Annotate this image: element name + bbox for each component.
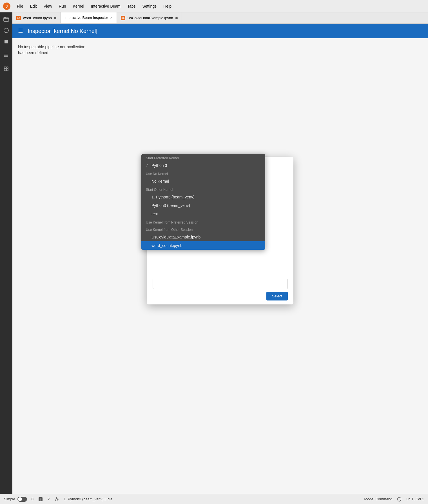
section-start-preferred: Start Preferred Kernel bbox=[141, 154, 265, 161]
stop-icon[interactable] bbox=[2, 37, 11, 46]
svg-point-14 bbox=[56, 498, 57, 500]
dropdown-item-python3-beam-1[interactable]: 1. Python3 (beam_venv) bbox=[141, 193, 265, 201]
status-right: Mode: Command Ln 1, Col 1 bbox=[364, 497, 424, 502]
tab-word-count[interactable]: nb word_count.ipynb bbox=[12, 12, 61, 23]
tab-bar: nb word_count.ipynb Interactive Beam Ins… bbox=[12, 12, 428, 24]
currency-icon: $ bbox=[38, 497, 43, 502]
dropdown-item-us-covid[interactable]: UsCovidDataExample.ipynb bbox=[141, 233, 265, 241]
simple-label: Simple bbox=[4, 497, 15, 501]
inspector-header: ☰ Inspector [kernel:No Kernel] bbox=[12, 24, 428, 38]
sidebar bbox=[0, 12, 12, 494]
menu-interactive-beam[interactable]: Interactive Beam bbox=[88, 3, 123, 10]
kernel-search-input[interactable] bbox=[153, 279, 288, 289]
inspector-body: No inspectable pipeline nor pcollectionh… bbox=[12, 38, 428, 494]
status-bar: Simple 0 $ 2 1. Python3 (beam_venv) | Id… bbox=[0, 494, 428, 504]
dropdown-item-no-kernel[interactable]: No Kernel bbox=[141, 177, 265, 185]
menu-help[interactable]: Help bbox=[160, 3, 174, 10]
tab-icon-us-covid: nb bbox=[121, 16, 125, 20]
hamburger-icon[interactable]: ☰ bbox=[18, 28, 23, 34]
tab-us-covid[interactable]: nb UsCovidDataExample.ipynb bbox=[117, 12, 182, 23]
app-logo: J bbox=[3, 2, 11, 10]
mode-command: Mode: Command bbox=[364, 497, 392, 501]
menu-run[interactable]: Run bbox=[56, 3, 69, 10]
menu-tabs[interactable]: Tabs bbox=[124, 3, 139, 10]
svg-text:J: J bbox=[6, 5, 8, 8]
svg-text:$: $ bbox=[40, 498, 41, 501]
menu-bar: J File Edit View Run Kernel Interactive … bbox=[0, 0, 428, 12]
status-count2: 2 bbox=[48, 497, 50, 501]
section-start-other: Start Other Kernel bbox=[141, 185, 265, 193]
shield-icon bbox=[397, 497, 402, 502]
simple-mode-toggle[interactable]: Simple bbox=[4, 497, 27, 502]
circle-icon[interactable] bbox=[2, 26, 11, 35]
tab-icon-word-count: nb bbox=[16, 16, 21, 20]
svg-rect-8 bbox=[4, 67, 6, 68]
svg-rect-2 bbox=[4, 18, 9, 21]
menu-edit[interactable]: Edit bbox=[27, 3, 40, 10]
app-container: nb word_count.ipynb Interactive Beam Ins… bbox=[0, 12, 428, 494]
tab-dot-word-count bbox=[54, 17, 56, 19]
tab-close-beam-inspector[interactable]: × bbox=[110, 16, 113, 20]
status-count1: 0 bbox=[32, 497, 34, 501]
select-kernel-dialog: Select Kernel Start Preferred Kernel Pyt… bbox=[147, 157, 293, 304]
section-preferred-session: Use Kernel from Preferred Session bbox=[141, 218, 265, 226]
dialog-select-button[interactable]: Select bbox=[266, 292, 288, 300]
tab-label-word-count: word_count.ipynb bbox=[23, 16, 52, 20]
kernel-info: 1. Python3 (beam_venv) | Idle bbox=[64, 497, 112, 501]
section-other-session: Use Kernel from Other Session bbox=[141, 226, 265, 233]
no-pipeline-message: No inspectable pipeline nor pcollectionh… bbox=[18, 44, 422, 56]
toggle-track[interactable] bbox=[17, 497, 27, 502]
dropdown-item-test[interactable]: test bbox=[141, 210, 265, 218]
section-no-kernel: Use No Kernel bbox=[141, 170, 265, 177]
menu-kernel[interactable]: Kernel bbox=[70, 3, 87, 10]
dropdown-item-python3[interactable]: Python 3 bbox=[141, 161, 265, 170]
menu-settings[interactable]: Settings bbox=[140, 3, 160, 10]
tab-label-beam-inspector: Interactive Beam Inspector bbox=[64, 16, 108, 20]
toggle-thumb bbox=[18, 497, 22, 501]
svg-rect-4 bbox=[5, 40, 8, 43]
svg-point-3 bbox=[4, 28, 8, 33]
tab-label-us-covid: UsCovidDataExample.ipynb bbox=[128, 16, 173, 20]
main-content: nb word_count.ipynb Interactive Beam Ins… bbox=[12, 12, 428, 494]
menu-file[interactable]: File bbox=[14, 3, 26, 10]
position: Ln 1, Col 1 bbox=[406, 497, 424, 501]
puzzle-icon[interactable] bbox=[2, 64, 11, 73]
svg-rect-11 bbox=[6, 69, 8, 71]
dialog-input-area: Select bbox=[147, 279, 293, 304]
kernel-dropdown: Start Preferred Kernel Python 3 Use No K… bbox=[141, 154, 265, 250]
dropdown-item-python3-beam-2[interactable]: Python3 (beam_venv) bbox=[141, 201, 265, 210]
menu-view[interactable]: View bbox=[41, 3, 55, 10]
tab-beam-inspector[interactable]: Interactive Beam Inspector × bbox=[61, 12, 117, 23]
inspector-title: Inspector [kernel:No Kernel] bbox=[28, 28, 97, 34]
svg-rect-10 bbox=[4, 69, 6, 71]
folder-icon[interactable] bbox=[2, 15, 11, 24]
dropdown-item-word-count[interactable]: word_count.ipynb bbox=[141, 241, 265, 250]
list-icon[interactable] bbox=[2, 51, 11, 60]
svg-rect-9 bbox=[6, 67, 8, 68]
tab-dot-us-covid bbox=[175, 17, 178, 19]
gear-icon[interactable] bbox=[54, 497, 59, 502]
